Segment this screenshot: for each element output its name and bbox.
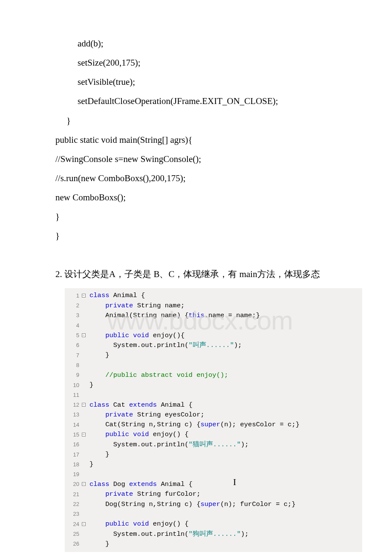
code-text: Animal(String name) {this.name = name;} [86,312,260,319]
editor-screenshot: www.bdocx.com 1−class Animal {2 private … [65,288,362,552]
code-line: } [55,207,358,226]
fold-gutter: − [81,403,86,407]
editor-line: 15− public void enjoy() { [65,430,362,439]
code-snippet-top: add(b);setSize(200,175);setVisible(true)… [55,34,358,246]
line-number: 8 [65,362,81,368]
code-line: add(b); [55,34,358,53]
line-number: 22 [65,501,81,507]
editor-line: 17 } [65,449,362,459]
editor-line: 25 System.out.println("狗叫声......"); [65,529,362,539]
editor-line: 18} [65,460,362,469]
fold-minus-icon[interactable]: − [82,294,86,298]
editor-line: 26 } [65,539,362,549]
code-text: System.out.println("狗叫声......"); [86,529,249,538]
editor-line: 1−class Animal { [65,291,362,301]
line-number: 23 [65,511,81,517]
code-text: } [86,351,110,359]
code-text: System.out.println("猫叫声......"); [86,440,249,449]
line-number: 4 [65,322,81,329]
editor-line: 9 //public abstract void enjoy(); [65,370,362,380]
code-text: public void enjoy() { [86,520,189,528]
editor-line: 19 [65,469,362,479]
question-2-text: 2. 设计父类是A，子类是 B、C，体现继承，有 main方法，体现多态 [55,265,358,284]
line-number: 5 [65,332,81,338]
editor-line: 11 [65,390,362,400]
code-text: } [86,540,110,548]
editor-line: 13 private String eyesColor; [65,410,362,419]
code-line: //s.run(new ComboBoxs(),200,175); [55,169,358,188]
editor-line: 4 [65,321,362,330]
line-number: 24 [65,521,81,527]
editor-line: 24− public void enjoy() { [65,519,362,529]
code-line: } [55,226,358,246]
editor-line: 23 [65,509,362,519]
editor-line: 14 Cat(String n,String c) {super(n); eye… [65,420,362,430]
code-text: private String furColor; [86,490,200,498]
line-number: 21 [65,491,81,497]
fold-minus-icon[interactable]: − [82,333,86,337]
code-text: } [86,451,110,458]
line-number: 12 [65,402,81,408]
fold-gutter: − [81,482,86,486]
editor-line: 12−class Cat extends Animal { [65,400,362,410]
code-text: Cat(String n,String c) {super(n); eyesCo… [86,421,300,428]
code-text: //public abstract void enjoy(); [86,371,228,379]
code-line: setVisible(true); [55,72,358,92]
code-line: //SwingConsole s=new SwingConsole(); [55,150,358,169]
fold-minus-icon[interactable]: − [82,433,86,436]
editor-line: 6 System.out.println("叫声......"); [65,340,362,350]
code-line: public static void main(String[] agrs){ [55,130,358,150]
fold-minus-icon[interactable]: − [82,522,86,526]
code-text: } [86,381,93,389]
line-number: 10 [65,382,81,388]
fold-minus-icon[interactable]: − [82,403,86,407]
editor-line: 16 System.out.println("猫叫声......"); [65,439,362,449]
editor-line: 22 Dog(String n,String c) {super(n); fur… [65,499,362,509]
code-text: private String name; [86,302,184,309]
code-text: } [86,460,93,468]
line-number: 3 [65,312,81,318]
line-number: 15 [65,431,81,438]
line-number: 19 [65,471,81,477]
code-line: setDefaultCloseOperation(JFrame.EXIT_ON_… [55,92,358,111]
editor-line: 7 } [65,350,362,360]
fold-gutter: − [81,333,86,337]
document-content: add(b);setSize(200,175);setVisible(true)… [0,34,392,552]
line-number: 9 [65,372,81,378]
line-number: 18 [65,461,81,468]
code-text: public void enjoy() { [86,431,189,438]
line-number: 7 [65,352,81,358]
line-number: 26 [65,541,81,547]
line-number: 13 [65,411,81,418]
code-line: new ComboBoxs(); [55,188,358,207]
editor-line: 3 Animal(String name) {this.name = name;… [65,310,362,320]
fold-minus-icon[interactable]: − [82,482,86,486]
line-number: 11 [65,392,81,398]
code-text: class Cat extends Animal { [86,401,193,409]
editor-line: 20−class Dog extends Animal { [65,479,362,489]
line-number: 17 [65,451,81,458]
line-number: 14 [65,422,81,428]
fold-gutter: − [81,294,86,298]
editor-line: 10} [65,380,362,390]
editor-line: 21 private String furColor; [65,489,362,499]
code-line: setSize(200,175); [55,53,358,72]
line-number: 2 [65,302,81,309]
code-text: Dog(String n,String c) {super(n); furCol… [86,500,296,508]
fold-gutter: − [81,522,86,526]
line-number: 20 [65,481,81,487]
fold-gutter: − [81,433,86,436]
code-text: public void enjoy(){ [86,332,184,339]
code-line: } [55,111,358,130]
code-text: private String eyesColor; [86,411,205,419]
line-number: 25 [65,531,81,537]
line-number: 1 [65,292,81,299]
code-text: System.out.println("叫声......"); [86,341,242,350]
line-number: 16 [65,441,81,448]
code-text: class Dog extends Animal { [86,480,193,488]
code-text: class Animal { [86,292,145,299]
line-number: 6 [65,342,81,348]
editor-line: 2 private String name; [65,301,362,310]
editor-line: 8 [65,360,362,370]
editor-line: 5− public void enjoy(){ [65,330,362,340]
